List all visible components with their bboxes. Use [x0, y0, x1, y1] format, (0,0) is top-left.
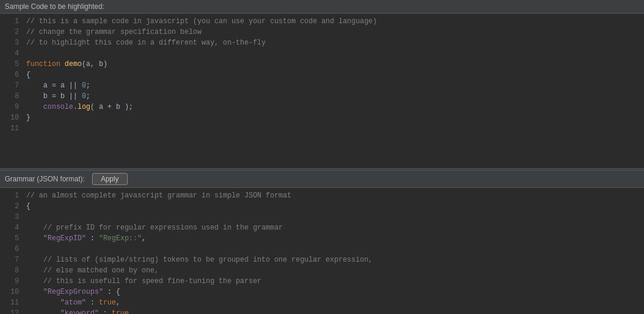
bottom-section-title: Grammar (JSON format): [5, 175, 85, 183]
grammar-line-11: 11 "atom" : true, [0, 297, 644, 308]
code-line-8: 8 b = b || 0; [0, 91, 644, 102]
top-section-header: Sample Code to be highlighted: [0, 0, 644, 14]
code-line-4: 4 [0, 48, 644, 59]
bottom-code-panel[interactable]: 1 // an almost complete javascript gramm… [0, 188, 644, 314]
grammar-line-1: 1 // an almost complete javascript gramm… [0, 190, 644, 201]
grammar-line-10: 10 "RegExpGroups" : { [0, 287, 644, 297]
code-line-2: 2 // change the grammar specification be… [0, 27, 644, 37]
apply-button[interactable]: Apply [92, 173, 128, 185]
grammar-line-4: 4 // prefix ID for regular expressions u… [0, 222, 644, 233]
grammar-line-8: 8 // else matched one by one, [0, 265, 644, 276]
grammar-line-3: 3 [0, 212, 644, 222]
code-line-11: 11 [0, 123, 644, 134]
grammar-line-7: 7 // lists of (simple/string) tokens to … [0, 255, 644, 265]
top-code-panel: 1 // this is a sample code in javascript… [0, 14, 644, 168]
code-line-9: 9 console.log( a + b ); [0, 102, 644, 112]
code-line-3: 3 // to highlight this code in a differe… [0, 37, 644, 48]
grammar-line-2: 2 { [0, 201, 644, 212]
top-section-title: Sample Code to be highlighted: [5, 2, 104, 11]
grammar-line-6: 6 [0, 244, 644, 255]
code-line-10: 10 } [0, 112, 644, 123]
grammar-line-9: 9 // this is usefull for speed fine-tuni… [0, 276, 644, 287]
code-line-5: 5 function demo(a, b) [0, 59, 644, 70]
code-line-1: 1 // this is a sample code in javascript… [0, 16, 644, 27]
code-line-7: 7 a = a || 0; [0, 80, 644, 91]
code-line-6: 6 { [0, 70, 644, 80]
grammar-line-5: 5 "RegExpID" : "RegExp::", [0, 233, 644, 244]
bottom-section-header: Grammar (JSON format): Apply [0, 171, 644, 188]
grammar-line-12: 12 "keyword" : true, [0, 308, 644, 314]
